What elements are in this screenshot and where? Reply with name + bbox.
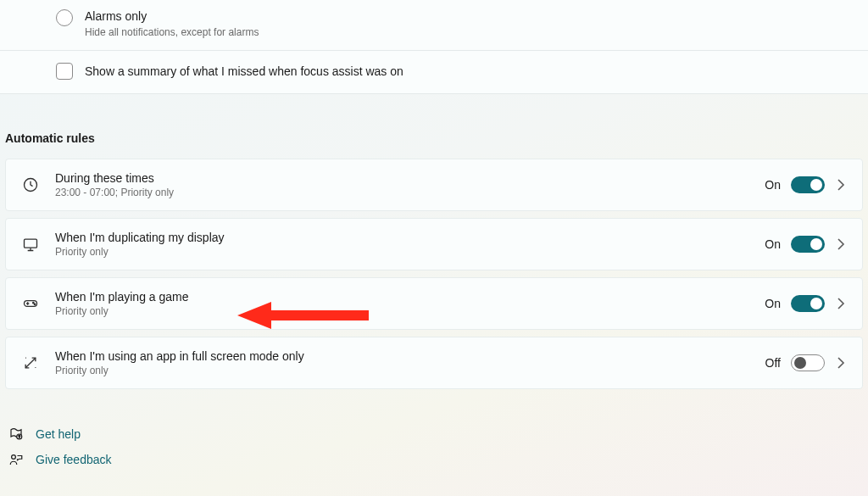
toggle-switch[interactable]	[791, 176, 825, 193]
help-links-section: ? Get help Give feedback	[0, 396, 868, 472]
gamepad-icon	[21, 294, 40, 313]
toggle-state-label: On	[765, 237, 781, 251]
rule-fullscreen-app[interactable]: When I'm using an app in full screen mod…	[5, 337, 863, 389]
svg-point-4	[34, 304, 35, 304]
focus-assist-options-section: Alarms only Hide all notifications, exce…	[0, 0, 868, 94]
svg-point-8	[12, 454, 16, 459]
get-help-link[interactable]: ? Get help	[5, 421, 863, 447]
checkbox-label: Show a summary of what I missed when foc…	[85, 64, 403, 78]
svg-point-3	[33, 302, 34, 303]
link-label: Get help	[36, 427, 81, 441]
rule-desc: 23:00 - 07:00; Priority only	[55, 187, 749, 198]
link-label: Give feedback	[36, 453, 112, 466]
checkbox-icon	[56, 63, 73, 80]
option-title: Alarms only	[85, 8, 259, 25]
option-text: Alarms only Hide all notifications, exce…	[85, 8, 259, 38]
rule-desc: Priority only	[55, 305, 749, 317]
chevron-right-icon	[835, 238, 847, 250]
rule-desc: Priority only	[55, 365, 750, 376]
rule-duplicating-display[interactable]: When I'm duplicating my display Priority…	[5, 218, 863, 270]
fullscreen-icon	[21, 354, 40, 372]
feedback-icon	[8, 452, 24, 467]
toggle-switch[interactable]	[791, 354, 825, 371]
radio-option-alarms-only[interactable]: Alarms only Hide all notifications, exce…	[0, 0, 868, 50]
chevron-right-icon	[835, 357, 847, 369]
rule-title: When I'm using an app in full screen mod…	[55, 349, 750, 363]
chevron-right-icon	[835, 179, 847, 191]
toggle-switch[interactable]	[791, 295, 825, 312]
toggle-state-label: On	[765, 178, 781, 192]
svg-rect-1	[25, 239, 37, 248]
rule-during-these-times[interactable]: During these times 23:00 - 07:00; Priori…	[5, 159, 863, 211]
rule-title: When I'm duplicating my display	[55, 231, 749, 244]
section-heading-automatic-rules: Automatic rules	[0, 94, 868, 155]
checkbox-show-summary[interactable]: Show a summary of what I missed when foc…	[0, 51, 868, 93]
toggle-state-label: Off	[765, 356, 781, 370]
rule-title: During these times	[55, 171, 749, 185]
rule-title: When I'm playing a game	[55, 290, 749, 304]
radio-icon	[56, 9, 73, 26]
automatic-rules-list: During these times 23:00 - 07:00; Priori…	[0, 159, 868, 389]
toggle-state-label: On	[765, 297, 781, 310]
option-desc: Hide all notifications, except for alarm…	[85, 26, 259, 38]
give-feedback-link[interactable]: Give feedback	[5, 447, 863, 472]
clock-icon	[21, 176, 40, 194]
rule-playing-a-game[interactable]: When I'm playing a game Priority only On	[5, 277, 863, 330]
help-icon: ?	[8, 426, 24, 442]
toggle-switch[interactable]	[791, 236, 825, 253]
monitor-icon	[21, 235, 40, 254]
rule-desc: Priority only	[55, 246, 749, 258]
chevron-right-icon	[835, 298, 847, 309]
